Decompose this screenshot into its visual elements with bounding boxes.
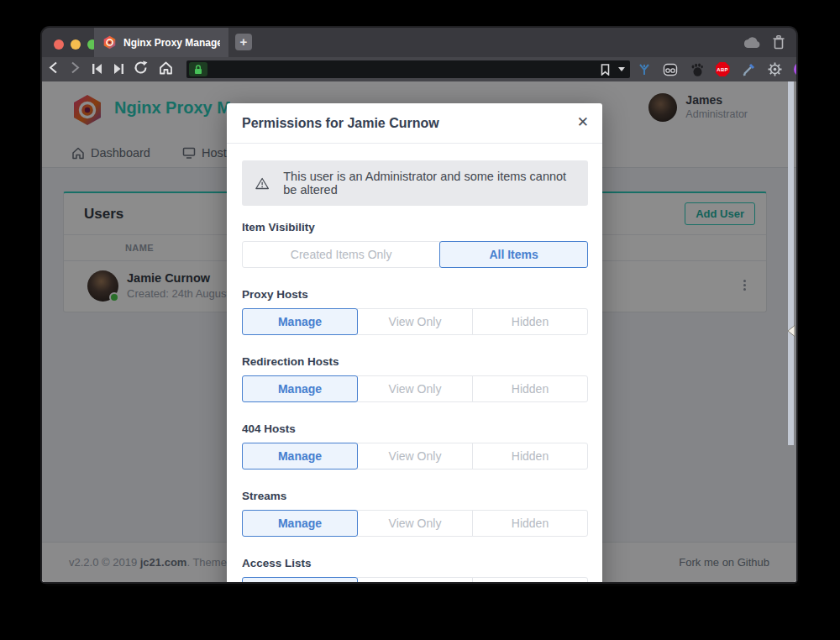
- desktop-background: Nginx Proxy Manager +: [0, 0, 840, 640]
- https-lock-icon[interactable]: [189, 62, 207, 76]
- new-tab-button[interactable]: +: [235, 34, 252, 50]
- access-lists-label: Access Lists: [242, 557, 588, 569]
- window-controls: [54, 39, 97, 50]
- skip-back-button[interactable]: [86, 62, 108, 77]
- proxy-hosts-label: Proxy Hosts: [242, 288, 588, 301]
- 404-hosts-manage-button[interactable]: Manage: [242, 443, 358, 470]
- page-viewport: Nginx Proxy Manager James Administrator …: [42, 81, 796, 582]
- extension-icons: ABP: [637, 57, 796, 81]
- proxy-hosts-hidden-button[interactable]: Hidden: [472, 308, 588, 335]
- minimize-window-button[interactable]: [71, 39, 81, 50]
- proxy-hosts-toggle-group: Manage View Only Hidden: [242, 308, 588, 335]
- browser-tab-bar: Nginx Proxy Manager +: [42, 28, 796, 57]
- warning-triangle-icon: [255, 176, 269, 191]
- streams-hidden-button[interactable]: Hidden: [472, 510, 588, 537]
- redirection-hosts-view-only-button[interactable]: View Only: [357, 375, 473, 402]
- url-bar[interactable]: [186, 60, 630, 78]
- close-window-button[interactable]: [54, 39, 64, 50]
- access-lists-toggle-group: Manage View Only Hidden: [242, 577, 588, 582]
- abp-extension-icon[interactable]: ABP: [715, 62, 730, 77]
- 404-hosts-view-only-button[interactable]: View Only: [357, 443, 473, 470]
- modal-header: Permissions for Jamie Curnow ✕: [227, 103, 602, 144]
- streams-toggle-group: Manage View Only Hidden: [242, 510, 588, 537]
- access-lists-hidden-button[interactable]: Hidden: [472, 577, 588, 582]
- 404-hosts-toggle-group: Manage View Only Hidden: [242, 443, 588, 470]
- modal-title: Permissions for Jamie Curnow: [242, 116, 439, 131]
- redirection-hosts-manage-button[interactable]: Manage: [242, 375, 358, 402]
- item-visibility-toggle-group: Created Items Only All Items: [242, 241, 588, 268]
- item-visibility-label: Item Visibility: [242, 221, 588, 233]
- proxy-hosts-manage-button[interactable]: Manage: [242, 308, 358, 335]
- streams-label: Streams: [242, 490, 588, 502]
- permissions-modal: Permissions for Jamie Curnow ✕ This user…: [227, 103, 602, 582]
- admin-warning-alert: This user is an Administrator and some i…: [242, 160, 588, 206]
- alert-text: This user is an Administrator and some i…: [283, 170, 575, 197]
- bookmarks-dropdown-caret[interactable]: [618, 67, 625, 71]
- gnome-foot-extension-icon[interactable]: [689, 62, 704, 77]
- redirection-hosts-hidden-button[interactable]: Hidden: [472, 375, 588, 402]
- close-icon[interactable]: ✕: [577, 113, 589, 132]
- proxy-hosts-view-only-button[interactable]: View Only: [357, 308, 473, 335]
- all-items-button[interactable]: All Items: [439, 241, 588, 268]
- monkey-extension-icon[interactable]: [793, 62, 796, 77]
- reload-button[interactable]: [129, 60, 151, 78]
- goggles-extension-icon[interactable]: [663, 62, 678, 77]
- abp-label: ABP: [717, 67, 727, 72]
- skip-forward-button[interactable]: [108, 62, 129, 77]
- forward-button[interactable]: [64, 61, 86, 77]
- sync-cloud-icon[interactable]: [743, 37, 761, 49]
- browser-tab[interactable]: Nginx Proxy Manager: [94, 28, 228, 57]
- mouse-cursor: [787, 325, 795, 337]
- redirection-hosts-label: Redirection Hosts: [242, 355, 588, 368]
- fork-extension-icon[interactable]: [637, 62, 652, 77]
- tab-title: Nginx Proxy Manager: [123, 37, 220, 49]
- bookmark-icon[interactable]: [601, 64, 610, 76]
- streams-view-only-button[interactable]: View Only: [357, 510, 473, 537]
- gear-extension-icon[interactable]: [767, 62, 782, 77]
- redirection-hosts-toggle-group: Manage View Only Hidden: [242, 375, 588, 402]
- access-lists-manage-button[interactable]: Manage: [242, 577, 358, 582]
- trash-icon[interactable]: [773, 35, 785, 50]
- vertical-scrollbar[interactable]: [788, 81, 794, 445]
- back-button[interactable]: [42, 61, 64, 77]
- 404-hosts-hidden-button[interactable]: Hidden: [472, 443, 588, 470]
- site-favicon: [102, 35, 117, 50]
- home-button[interactable]: [155, 61, 176, 78]
- created-items-only-button[interactable]: Created Items Only: [242, 241, 440, 268]
- browser-window: Nginx Proxy Manager +: [42, 28, 796, 582]
- eyedropper-extension-icon[interactable]: [741, 62, 756, 77]
- browser-toolbar: ABP: [42, 57, 796, 81]
- access-lists-view-only-button[interactable]: View Only: [357, 577, 473, 582]
- 404-hosts-label: 404 Hosts: [242, 422, 588, 435]
- streams-manage-button[interactable]: Manage: [242, 510, 358, 537]
